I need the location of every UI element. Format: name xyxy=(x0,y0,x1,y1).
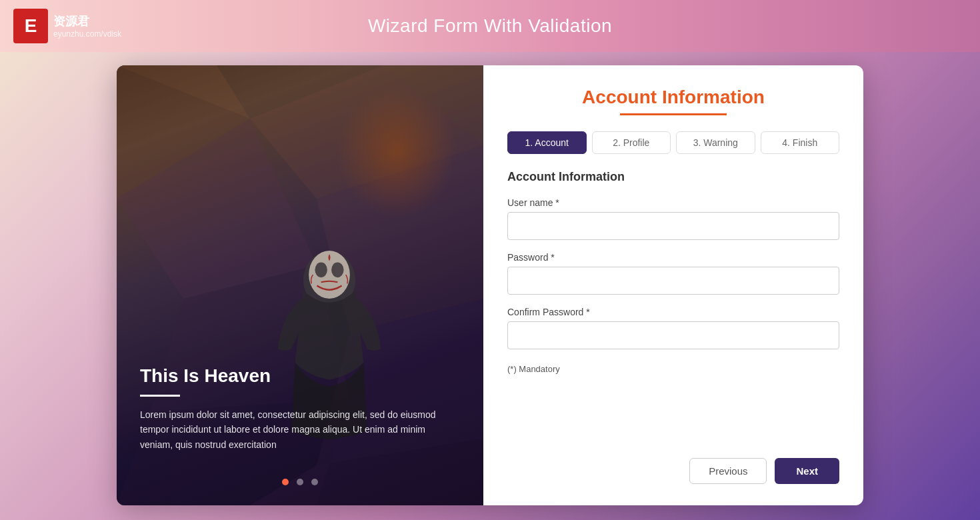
step-finish[interactable]: 4. Finish xyxy=(761,131,840,154)
form-section-title: Account Information xyxy=(507,170,839,184)
mandatory-note: (*) Mandatory xyxy=(507,364,839,374)
carousel-dot-3[interactable] xyxy=(311,479,318,485)
carousel-dot-1[interactable] xyxy=(282,479,289,485)
username-input[interactable] xyxy=(507,212,839,240)
password-label: Password * xyxy=(507,252,839,263)
form-footer: Previous Next xyxy=(507,458,839,484)
main-card: This Is Heaven Lorem ipsum dolor sit ame… xyxy=(117,65,863,505)
previous-button[interactable]: Previous xyxy=(689,458,767,484)
confirm-password-group: Confirm Password * xyxy=(507,307,839,349)
slide-content: This Is Heaven Lorem ipsum dolor sit ame… xyxy=(140,365,460,452)
step-profile[interactable]: 2. Profile xyxy=(592,131,671,154)
password-group: Password * xyxy=(507,252,839,295)
slide-title: This Is Heaven xyxy=(140,365,460,387)
left-panel: This Is Heaven Lorem ipsum dolor sit ame… xyxy=(117,65,483,505)
slide-description: Lorem ipsum dolor sit amet, consectetur … xyxy=(140,407,460,452)
header: E 资源君 eyunzhu.com/vdisk Wizard Form With… xyxy=(0,0,980,52)
accent-glow xyxy=(337,85,457,219)
form-title-underline xyxy=(620,113,727,115)
logo-url: eyunzhu.com/vdisk xyxy=(53,29,121,39)
svg-point-13 xyxy=(331,263,344,278)
carousel-dots xyxy=(282,479,318,485)
next-button[interactable]: Next xyxy=(775,458,839,484)
confirm-password-input[interactable] xyxy=(507,321,839,349)
right-panel: Account Information 1. Account 2. Profil… xyxy=(483,65,863,505)
username-group: User name * xyxy=(507,197,839,240)
steps-bar: 1. Account 2. Profile 3. Warning 4. Fini… xyxy=(507,131,839,154)
slide-divider xyxy=(140,395,180,397)
step-account[interactable]: 1. Account xyxy=(507,131,587,154)
logo-text-container: 资源君 eyunzhu.com/vdisk xyxy=(53,13,121,39)
svg-point-12 xyxy=(315,263,327,278)
username-label: User name * xyxy=(507,197,839,208)
logo-icon: E xyxy=(13,9,48,43)
form-spacer xyxy=(507,374,839,447)
form-title: Account Information xyxy=(507,87,839,108)
logo-name: 资源君 xyxy=(53,13,121,29)
logo: E 资源君 eyunzhu.com/vdisk xyxy=(13,9,121,43)
page-title: Wizard Form With Validation xyxy=(368,15,612,37)
confirm-password-label: Confirm Password * xyxy=(507,307,839,317)
password-input[interactable] xyxy=(507,267,839,295)
step-warning[interactable]: 3. Warning xyxy=(676,131,755,154)
carousel-dot-2[interactable] xyxy=(297,479,303,485)
